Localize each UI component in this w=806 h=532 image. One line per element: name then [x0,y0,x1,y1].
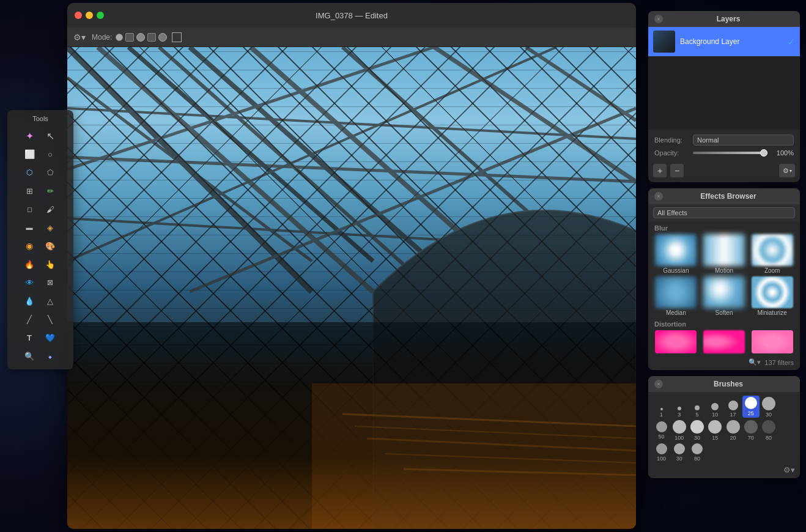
gear-icon[interactable]: ⚙▾ [73,32,86,42]
effect-dist-2[interactable] [701,330,747,353]
median-label: Median [666,309,686,316]
brush-25-selected[interactable]: 25 [742,396,759,418]
brush-100c[interactable]: 100 [653,443,670,462]
brushes-close-button[interactable]: × [654,380,663,388]
blending-row: Blending: Normal [654,135,794,146]
brush-circle-80c [692,443,703,454]
mode-square[interactable] [172,32,182,42]
minimize-button[interactable] [86,12,93,19]
tool-pen-line[interactable]: ╲ [41,311,59,328]
brush-label-50: 50 [659,434,665,440]
layers-close-button[interactable]: × [654,15,663,23]
effect-zoom[interactable]: Zoom [749,234,795,274]
brush-circle-5 [695,405,700,410]
effect-median[interactable]: Median [653,276,699,316]
brush-label-30b: 30 [694,435,700,441]
layer-gear-button[interactable]: ⚙ ▾ [779,164,795,177]
opacity-slider[interactable] [693,152,767,154]
svg-line-13 [67,47,434,169]
background-layer-item[interactable]: Background Layer ✓ [648,27,800,56]
tool-eraser[interactable]: ◻ [20,201,39,218]
effect-gaussian[interactable]: Gaussian [653,234,699,274]
tool-clone[interactable]: ◈ [41,219,59,236]
tool-smudge[interactable]: 👆 [41,256,59,273]
brush-label-15: 15 [712,435,718,441]
miniaturize-label: Miniaturize [757,309,786,316]
mode-dot-1[interactable] [116,34,123,41]
brush-17[interactable]: 17 [725,401,741,418]
mode-label: Mode: [92,33,112,42]
brush-80c[interactable]: 80 [689,443,706,462]
tool-brush[interactable]: 🖌 [41,201,59,218]
remove-layer-button[interactable]: − [670,164,684,177]
tool-ellipse-select[interactable]: ○ [41,146,59,163]
tool-line[interactable]: ╱ [20,311,39,328]
tools-title: Tools [32,115,48,122]
brush-100[interactable]: 100 [671,420,687,441]
brush-label-80: 80 [766,435,772,441]
tool-pencil[interactable]: ✏ [41,182,59,199]
brush-30c[interactable]: 30 [671,443,687,462]
brush-label-17: 17 [730,412,736,418]
brush-label-10: 10 [712,412,718,418]
brush-10[interactable]: 10 [707,403,723,418]
tool-select-arrow[interactable]: ↖ [41,127,59,144]
effects-close-button[interactable]: × [654,192,663,201]
svg-line-19 [355,426,636,438]
mode-dot-3[interactable] [136,33,145,42]
mode-dot-4[interactable] [147,33,156,42]
tool-color-picker[interactable]: 🎨 [41,237,59,254]
tool-sharpen[interactable]: △ [41,292,59,309]
effects-search-icon[interactable]: 🔍▾ [749,358,761,366]
tool-rect-select[interactable]: ⬜ [20,146,39,163]
brush-15[interactable]: 15 [707,420,723,441]
effect-miniaturize[interactable]: Miniaturize [749,276,795,316]
effects-blur-grid: Gaussian Motion Zoom Median Soften Minia… [648,233,800,317]
brush-20[interactable]: 20 [725,420,741,441]
tool-zoom[interactable]: 🔍 [20,347,39,364]
brushes-gear-button[interactable]: ⚙▾ [783,465,795,475]
layer-thumbnail [653,31,675,53]
tool-drop[interactable]: 💧 [20,292,39,309]
effect-soften[interactable]: Soften [701,276,747,316]
effect-dist-3[interactable] [749,330,795,353]
tool-magic-wand[interactable]: ✦ [20,127,39,144]
mode-dot-5[interactable] [158,33,167,42]
brush-30b[interactable]: 30 [689,420,706,441]
effect-dist-1[interactable] [653,330,699,353]
layer-gear-area: ⚙ ▾ [779,164,795,177]
brush-1[interactable]: 1 [653,408,670,418]
tool-color-drop[interactable]: ⬥ [41,347,59,364]
effects-panel-header: × Effects Browser [648,188,800,204]
blending-select[interactable]: Normal [693,135,794,146]
tool-eye[interactable]: 👁 [20,274,39,291]
add-layer-button[interactable]: + [653,164,667,177]
tool-heart[interactable]: 💙 [41,329,59,346]
brush-80[interactable]: 80 [761,420,777,441]
tool-stamp[interactable]: ⊠ [41,274,59,291]
tool-gradient[interactable]: ▬ [20,219,39,236]
tool-crop[interactable]: ⊞ [20,182,39,199]
brushes-row2: 50 100 30 15 20 70 [648,419,800,442]
tool-text[interactable]: T [20,329,39,346]
tool-poly-lasso[interactable]: ⬠ [41,164,59,181]
maximize-button[interactable] [97,12,104,19]
mode-dot-2[interactable] [125,33,134,42]
zoom-thumb [752,234,793,266]
window-title: IMG_0378 — Edited [316,11,388,20]
close-button[interactable] [75,12,82,19]
brush-label-100: 100 [675,435,684,441]
tool-burn[interactable]: 🔥 [20,256,39,273]
brush-3[interactable]: 3 [671,407,687,418]
brush-label-30: 30 [766,412,772,418]
brush-30[interactable]: 30 [761,397,777,418]
tool-fill[interactable]: ◉ [20,237,39,254]
brush-70[interactable]: 70 [742,420,759,441]
effects-filter-dropdown[interactable]: All Effects [653,207,795,218]
canvas-area[interactable] [67,47,636,529]
svg-rect-17 [312,383,636,529]
brush-5[interactable]: 5 [689,405,706,418]
effect-motion[interactable]: Motion [701,234,747,274]
tool-lasso[interactable]: ⬡ [20,164,39,181]
brush-50[interactable]: 50 [653,421,670,440]
